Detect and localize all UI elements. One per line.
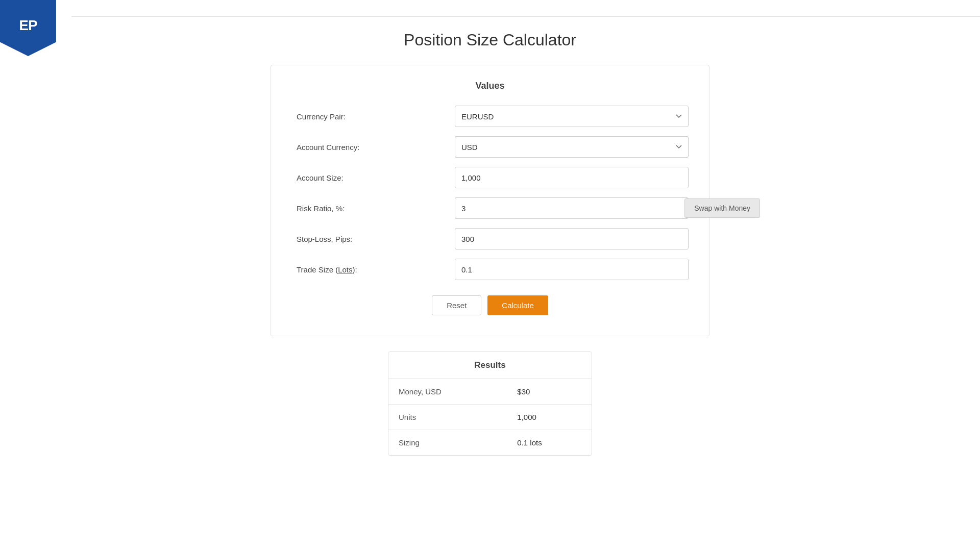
stoploss-input[interactable] <box>455 228 689 249</box>
stoploss-label: Stop-Loss, Pips: <box>291 235 455 243</box>
trade-size-label: Trade Size (Lots): <box>291 265 455 274</box>
result-label: Sizing <box>388 430 507 456</box>
table-row: Money, USD $30 <box>388 379 592 405</box>
trade-size-input[interactable] <box>455 259 689 280</box>
page-title: Position Size Calculator <box>404 31 576 49</box>
form-card-title: Values <box>291 81 689 91</box>
currency-pair-row: Currency Pair: EURUSD GBPUSD USDJPY USDC… <box>291 106 689 127</box>
result-value: 1,000 <box>507 405 592 430</box>
account-currency-row: Account Currency: USD EUR GBP JPY <box>291 136 689 158</box>
results-card-title: Results <box>388 352 592 379</box>
account-currency-label: Account Currency: <box>291 143 455 152</box>
account-size-label: Account Size: <box>291 173 455 182</box>
results-table: Money, USD $30 Units 1,000 Sizing 0.1 lo… <box>388 379 592 455</box>
logo-text: EP <box>19 17 37 34</box>
account-size-row: Account Size: <box>291 167 689 188</box>
table-row: Units 1,000 <box>388 405 592 430</box>
account-size-input[interactable] <box>455 167 689 188</box>
form-card: Values Currency Pair: EURUSD GBPUSD USDJ… <box>271 65 709 336</box>
results-card: Results Money, USD $30 Units 1,000 Sizin… <box>388 352 592 456</box>
calculate-button[interactable]: Calculate <box>487 295 548 315</box>
main-content: Position Size Calculator Values Currency… <box>0 0 980 456</box>
top-divider <box>71 16 980 17</box>
lots-link[interactable]: Lots <box>338 265 352 274</box>
risk-ratio-input[interactable] <box>455 197 689 219</box>
risk-ratio-row: Risk Ratio, %: Swap with Money <box>291 197 689 219</box>
result-label: Money, USD <box>388 379 507 405</box>
result-value: $30 <box>507 379 592 405</box>
swap-with-money-button[interactable]: Swap with Money <box>684 198 760 218</box>
result-value: 0.1 lots <box>507 430 592 456</box>
risk-ratio-label: Risk Ratio, %: <box>291 204 455 213</box>
result-label: Units <box>388 405 507 430</box>
reset-button[interactable]: Reset <box>432 295 481 315</box>
button-row: Reset Calculate <box>291 295 689 315</box>
trade-size-row: Trade Size (Lots): <box>291 259 689 280</box>
table-row: Sizing 0.1 lots <box>388 430 592 456</box>
stoploss-row: Stop-Loss, Pips: <box>291 228 689 249</box>
currency-pair-select[interactable]: EURUSD GBPUSD USDJPY USDCHF AUDUSD <box>455 106 689 127</box>
currency-pair-label: Currency Pair: <box>291 112 455 121</box>
account-currency-select[interactable]: USD EUR GBP JPY <box>455 136 689 158</box>
